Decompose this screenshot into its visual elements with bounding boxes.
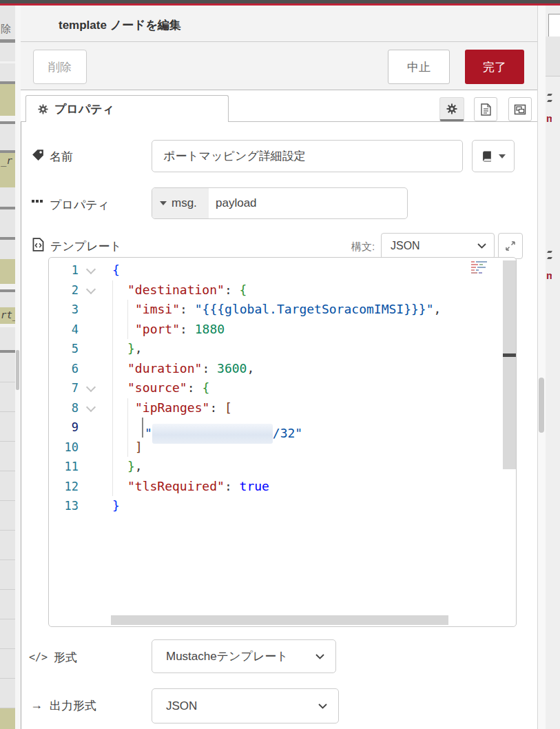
fold-chevron-icon[interactable]: [86, 284, 96, 294]
line-number: 6: [49, 359, 79, 379]
debug-sidebar-edge: mm: [546, 6, 560, 729]
dialog-scroll-track: [537, 6, 546, 729]
delete-button[interactable]: 削除: [33, 50, 87, 84]
palette-node-fragment: [0, 124, 15, 151]
property-typed-input[interactable]: msg. payload: [152, 187, 408, 219]
fold-chevron-icon[interactable]: [86, 265, 96, 274]
palette-node-fragment: [0, 590, 15, 619]
code-token: ,: [135, 341, 143, 356]
minimap-mark: [479, 264, 483, 265]
template-label: テンプレート: [50, 238, 122, 254]
code-line[interactable]: 9"/32": [49, 418, 517, 438]
node-appearance-button[interactable]: [508, 97, 532, 121]
palette-node-fragment: 除: [0, 21, 15, 40]
output-format-select[interactable]: JSON: [152, 688, 339, 723]
code-text: }: [112, 496, 120, 516]
palette-node-label-fragment: _r: [1, 155, 12, 166]
code-text: "destination": {: [127, 280, 247, 300]
node-description-button[interactable]: [474, 97, 497, 121]
code-brackets-icon: </>: [29, 651, 48, 664]
code-token: 1880: [195, 322, 225, 336]
code-token: 3600: [217, 361, 247, 376]
tab-properties-label: プロパティ: [54, 101, 114, 117]
chevron-down-icon: [315, 654, 324, 659]
code-line[interactable]: 8"ipRanges": [: [49, 398, 517, 418]
code-line[interactable]: 6"duration": 3600,: [49, 359, 517, 379]
editor-horizontal-scrollbar[interactable]: [111, 615, 448, 625]
output-format-select-value: JSON: [166, 699, 197, 713]
palette-scrollbar-thumb[interactable]: [16, 350, 19, 390]
code-token: [: [225, 400, 232, 415]
debug-timestamp-fragment: [547, 257, 552, 259]
minimap-mark: [477, 267, 486, 268]
node-properties-button[interactable]: [439, 97, 464, 121]
palette-node-fragment: [0, 560, 15, 590]
name-type-button[interactable]: [472, 140, 515, 172]
code-token: :: [187, 380, 203, 395]
palette-node-fragment: [0, 708, 15, 729]
name-input[interactable]: ポートマッピング詳細設定: [152, 140, 463, 172]
code-token: :: [202, 361, 217, 376]
code-token: }: [127, 341, 135, 356]
palette-node-fragment: [0, 240, 15, 260]
line-number: 13: [49, 496, 79, 516]
palette-node-fragment: [0, 353, 15, 382]
expand-editor-button[interactable]: [498, 233, 523, 259]
indent-guide: [112, 477, 113, 497]
property-value-input[interactable]: payload: [209, 188, 407, 218]
minimap-mark: [476, 269, 479, 271]
code-token: }: [112, 498, 120, 513]
palette-node-fragment: [0, 284, 15, 289]
editor-minimap[interactable]: [471, 261, 501, 283]
code-line[interactable]: 1{: [49, 260, 517, 280]
minimap-row: [471, 261, 487, 263]
code-token: "tlsRequired": [127, 479, 225, 493]
dialog-scrollbar-thumb[interactable]: [539, 378, 544, 433]
tab-bar-border: [229, 121, 537, 122]
code-text: {: [112, 260, 120, 280]
fold-chevron-icon[interactable]: [86, 402, 96, 411]
code-text: "ipRanges": [: [135, 398, 232, 418]
indent-guide: [127, 418, 128, 438]
indent-guide: [112, 438, 113, 458]
code-line[interactable]: 2"destination": {: [49, 280, 517, 300]
code-text: "imsi": "{{{global.TargetSoracomIMSI}}}"…: [135, 300, 441, 320]
book-icon: [481, 150, 493, 163]
code-line[interactable]: 7"source": {: [49, 378, 517, 398]
code-token: "ipRanges": [135, 400, 209, 415]
palette-node-fragment: [0, 116, 15, 121]
property-type-selector[interactable]: msg.: [152, 188, 209, 218]
palette-node-fragment: [0, 679, 15, 708]
code-text: "source": {: [127, 378, 209, 398]
code-line[interactable]: 5},: [49, 339, 517, 359]
code-line[interactable]: 13}: [49, 496, 517, 516]
code-line[interactable]: 10]: [49, 438, 517, 458]
minimap-mark: [476, 261, 487, 263]
format-select[interactable]: Mustacheテンプレート: [152, 639, 336, 673]
minimap-mark: [471, 267, 476, 268]
tab-properties[interactable]: プロパティ: [25, 95, 229, 122]
cancel-button[interactable]: 中止: [388, 50, 450, 84]
palette-node-fragment: [0, 442, 15, 471]
code-token: {: [112, 263, 120, 277]
palette-node-fragment: [0, 619, 15, 649]
line-number: 10: [49, 438, 79, 458]
syntax-select[interactable]: JSON: [381, 233, 495, 259]
chevron-down-icon: [318, 704, 327, 709]
code-token: }: [127, 459, 135, 473]
indent-guide: [112, 398, 113, 418]
fold-chevron-icon[interactable]: [86, 382, 96, 392]
template-code-editor[interactable]: 1{2"destination": {3"imsi": "{{{global.T…: [48, 257, 517, 627]
code-line[interactable]: 3"imsi": "{{{global.TargetSoracomIMSI}}}…: [49, 300, 517, 320]
code-token: "duration": [127, 361, 202, 376]
syntax-label: 構文:: [351, 240, 375, 254]
code-token: ]: [135, 440, 143, 454]
code-line[interactable]: 11},: [49, 457, 517, 477]
sidebar-header-fragment: [546, 37, 560, 76]
name-label: 名前: [50, 149, 73, 165]
done-button[interactable]: 完了: [465, 50, 524, 84]
code-line[interactable]: 12"tlsRequired": true: [49, 477, 517, 497]
editor-vertical-scrollbar[interactable]: [503, 260, 517, 469]
indent-guide: [112, 378, 113, 398]
code-line[interactable]: 4"port": 1880: [49, 320, 517, 340]
